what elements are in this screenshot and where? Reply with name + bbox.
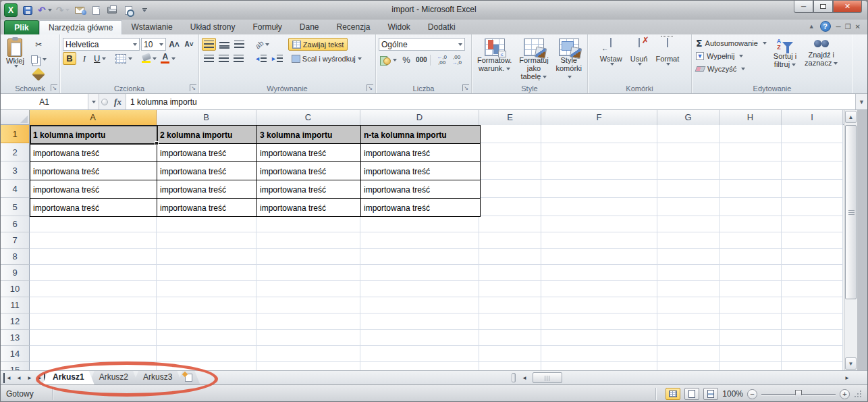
cell-B5-content[interactable]: importowana treść xyxy=(157,199,257,217)
cell-F11[interactable] xyxy=(541,297,657,313)
cell-D9[interactable] xyxy=(360,265,479,281)
column-header-G[interactable]: G xyxy=(657,110,720,125)
column-header-C[interactable]: C xyxy=(256,110,360,125)
number-dialog-launcher[interactable]: ↘ xyxy=(462,84,469,91)
cell-E8[interactable] xyxy=(479,249,541,265)
merge-center-button[interactable]: Scal i wyśrodkuj xyxy=(288,52,365,65)
cell-A5-content[interactable]: importowana treść xyxy=(30,199,157,217)
close-button[interactable]: ✕ xyxy=(833,1,862,13)
insert-cells-button[interactable]: ← Wstaw xyxy=(597,36,625,82)
cell-A2-content[interactable]: importowana treść xyxy=(30,144,157,162)
top-align-button[interactable] xyxy=(202,38,216,51)
cell-C3-content[interactable]: importowana treść xyxy=(257,162,361,180)
cell-C13[interactable] xyxy=(256,330,360,346)
cell-H9[interactable] xyxy=(720,265,782,281)
align-center-button[interactable] xyxy=(217,52,230,65)
alignment-dialog-launcher[interactable]: ↘ xyxy=(367,84,373,91)
cell-E15[interactable] xyxy=(479,362,541,370)
cell-C6[interactable] xyxy=(256,216,360,232)
column-header-E[interactable]: E xyxy=(479,110,541,125)
cell-C2-content[interactable]: importowana treść xyxy=(257,144,361,162)
increase-decimal-button[interactable]: ←,0,00 xyxy=(435,53,449,66)
customize-qat-icon[interactable] xyxy=(138,3,151,17)
cell-D2-content[interactable]: importowana treść xyxy=(361,144,481,162)
cell-I11[interactable] xyxy=(782,297,843,313)
column-header-D[interactable]: D xyxy=(360,110,479,125)
cell-F9[interactable] xyxy=(541,265,657,281)
cell-D6[interactable] xyxy=(360,216,479,232)
workbook-close-icon[interactable]: ✕ xyxy=(855,23,861,30)
cell-E5[interactable] xyxy=(479,198,541,216)
cell-D1-content[interactable]: n-ta kolumna importu xyxy=(361,126,481,144)
row-header-14[interactable]: 14 xyxy=(1,346,30,362)
cell-D13[interactable] xyxy=(360,330,479,346)
cell-A8[interactable] xyxy=(30,249,157,265)
page-break-view-button[interactable] xyxy=(703,388,718,400)
cell-F6[interactable] xyxy=(541,216,657,232)
cell-E13[interactable] xyxy=(479,330,541,346)
tab-review[interactable]: Recenzja xyxy=(327,20,379,34)
underline-button[interactable]: U xyxy=(92,52,107,65)
cell-D5-content[interactable]: importowana treść xyxy=(361,199,481,217)
cell-I6[interactable] xyxy=(782,216,843,232)
previous-sheet-icon[interactable]: ◄ xyxy=(14,373,24,383)
row-header-2[interactable]: 2 xyxy=(1,143,30,161)
cell-A11[interactable] xyxy=(30,297,157,313)
cell-I14[interactable] xyxy=(782,346,843,362)
row-header-13[interactable]: 13 xyxy=(1,330,30,346)
cell-D10[interactable] xyxy=(360,281,479,297)
row-header-6[interactable]: 6 xyxy=(1,216,30,232)
cell-I4[interactable] xyxy=(782,180,843,198)
cell-E14[interactable] xyxy=(479,346,541,362)
insert-function-icon[interactable]: fx xyxy=(110,94,126,109)
tab-home[interactable]: Narzędzia główne xyxy=(39,20,122,34)
cell-B2-content[interactable]: importowana treść xyxy=(157,144,257,162)
cell-I12[interactable] xyxy=(782,313,843,330)
cell-G8[interactable] xyxy=(657,249,720,265)
row-header-12[interactable]: 12 xyxy=(1,313,30,330)
cell-B8[interactable] xyxy=(157,249,256,265)
cell-F5[interactable] xyxy=(541,198,657,216)
align-right-button[interactable] xyxy=(232,52,245,65)
font-color-button[interactable]: A xyxy=(159,52,177,65)
restore-button[interactable] xyxy=(813,1,833,13)
cell-B7[interactable] xyxy=(157,232,256,249)
cell-F4[interactable] xyxy=(541,180,657,198)
cell-G13[interactable] xyxy=(657,330,720,346)
cell-A14[interactable] xyxy=(30,346,157,362)
row-header-10[interactable]: 10 xyxy=(1,281,30,297)
cell-C10[interactable] xyxy=(256,281,360,297)
vertical-scrollbar[interactable]: ▲ ▼ xyxy=(844,110,857,370)
select-all-corner[interactable] xyxy=(1,110,30,124)
cell-B13[interactable] xyxy=(157,330,256,346)
cell-C1-content[interactable]: 3 kolumna importu xyxy=(257,126,361,144)
page-layout-view-button[interactable] xyxy=(684,388,699,400)
column-header-I[interactable]: I xyxy=(782,110,843,125)
cell-F3[interactable] xyxy=(541,161,657,180)
cell-C9[interactable] xyxy=(256,265,360,281)
cell-B14[interactable] xyxy=(157,346,256,362)
tab-insert[interactable]: Wstawianie xyxy=(122,20,181,34)
cell-F12[interactable] xyxy=(541,313,657,330)
mail-icon[interactable] xyxy=(74,3,86,17)
tab-addins[interactable]: Dodatki xyxy=(419,20,464,34)
tab-view[interactable]: Widok xyxy=(379,20,419,34)
sheet-tab-arkusz1[interactable]: Arkusz1 xyxy=(43,371,94,384)
tab-formulas[interactable]: Formuły xyxy=(244,20,290,34)
cell-I9[interactable] xyxy=(782,265,843,281)
print-preview-icon[interactable] xyxy=(122,3,134,17)
zoom-slider-handle[interactable] xyxy=(795,390,802,399)
cell-A3-content[interactable]: importowana treść xyxy=(30,162,157,180)
cell-I7[interactable] xyxy=(782,232,843,249)
cell-H15[interactable] xyxy=(720,362,782,370)
cell-A9[interactable] xyxy=(30,265,157,281)
copy-button[interactable] xyxy=(30,53,48,66)
cell-G5[interactable] xyxy=(657,198,720,216)
fill-button[interactable]: ▼ Wypełnij xyxy=(695,49,768,62)
cell-C12[interactable] xyxy=(256,313,360,330)
tab-page-layout[interactable]: Układ strony xyxy=(182,20,244,34)
row-header-5[interactable]: 5 xyxy=(1,198,30,216)
workbook-restore-icon[interactable]: ❐ xyxy=(845,23,851,30)
cell-H11[interactable] xyxy=(720,297,782,313)
cell-H1[interactable] xyxy=(720,125,782,143)
